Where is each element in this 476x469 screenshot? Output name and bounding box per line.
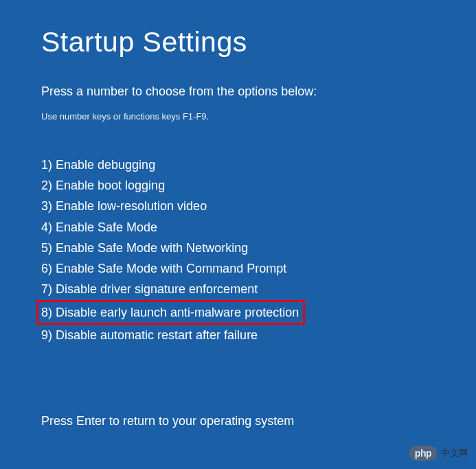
boot-options-list: 1) Enable debugging2) Enable boot loggin… bbox=[41, 155, 435, 345]
list-item[interactable]: 3) Enable low-resolution video bbox=[41, 196, 435, 216]
instruction-text: Use number keys or functions keys F1-F9. bbox=[41, 111, 435, 122]
watermark-logo: php bbox=[409, 446, 437, 461]
startup-settings-screen: Startup Settings Press a number to choos… bbox=[0, 0, 476, 428]
footer-instruction: Press Enter to return to your operating … bbox=[41, 414, 435, 428]
watermark: php 中文网 bbox=[409, 446, 468, 461]
boot-option-8[interactable]: 8) Disable early launch anti-malware pro… bbox=[36, 300, 305, 325]
subtitle-text: Press a number to choose from the option… bbox=[41, 84, 435, 99]
page-title: Startup Settings bbox=[41, 26, 435, 58]
boot-option-1[interactable]: 1) Enable debugging bbox=[41, 155, 155, 175]
boot-option-5[interactable]: 5) Enable Safe Mode with Networking bbox=[41, 238, 248, 258]
boot-option-6[interactable]: 6) Enable Safe Mode with Command Prompt bbox=[41, 258, 286, 279]
watermark-text: 中文网 bbox=[441, 447, 468, 459]
boot-option-4[interactable]: 4) Enable Safe Mode bbox=[41, 217, 157, 238]
list-item[interactable]: 7) Disable driver signature enforcement bbox=[41, 279, 435, 299]
list-item[interactable]: 2) Enable boot logging bbox=[41, 175, 435, 196]
list-item[interactable]: 1) Enable debugging bbox=[41, 155, 435, 175]
list-item[interactable]: 8) Disable early launch anti-malware pro… bbox=[41, 300, 435, 325]
boot-option-3[interactable]: 3) Enable low-resolution video bbox=[41, 196, 207, 216]
boot-option-7[interactable]: 7) Disable driver signature enforcement bbox=[41, 279, 258, 299]
list-item[interactable]: 5) Enable Safe Mode with Networking bbox=[41, 238, 435, 258]
boot-option-9[interactable]: 9) Disable automatic restart after failu… bbox=[41, 325, 258, 345]
list-item[interactable]: 4) Enable Safe Mode bbox=[41, 217, 435, 238]
list-item[interactable]: 9) Disable automatic restart after failu… bbox=[41, 325, 435, 345]
boot-option-2[interactable]: 2) Enable boot logging bbox=[41, 175, 165, 196]
list-item[interactable]: 6) Enable Safe Mode with Command Prompt bbox=[41, 258, 435, 279]
